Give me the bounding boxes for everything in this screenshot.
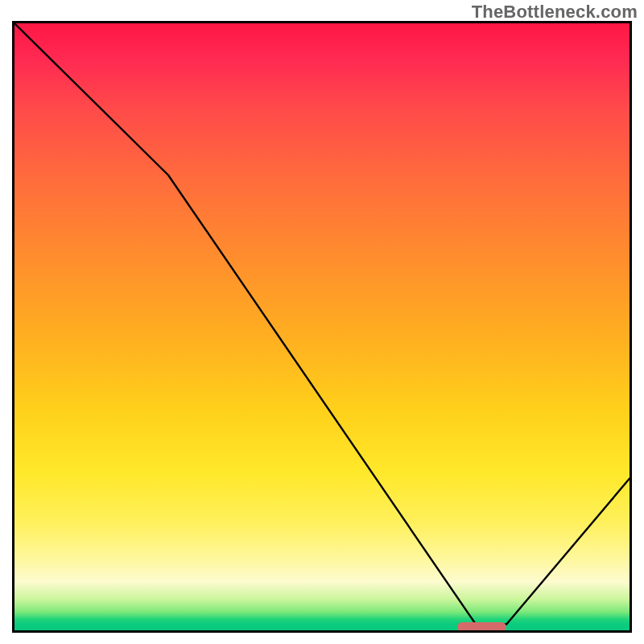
chart-canvas: TheBottleneck.com: [0, 0, 644, 644]
curve-path: [14, 23, 630, 625]
min-marker: [457, 622, 506, 632]
plot-area: [12, 21, 632, 633]
curve-svg: [14, 23, 630, 630]
watermark-text: TheBottleneck.com: [472, 2, 638, 23]
